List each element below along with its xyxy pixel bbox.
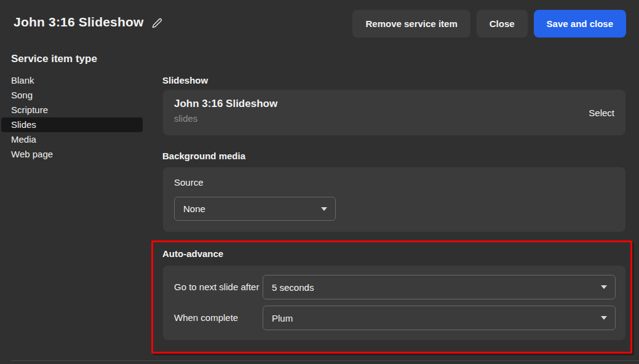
background-media-card: Source None xyxy=(163,167,625,232)
sidebar-heading: Service item type xyxy=(11,53,97,65)
auto-advance-row: When complete Plum xyxy=(174,306,616,330)
auto-advance-card: Go to next slide after 5 seconds When co… xyxy=(163,266,625,340)
chevron-down-icon xyxy=(601,316,607,320)
slideshow-card-title: John 3:16 Slideshow xyxy=(174,98,277,110)
slideshow-card-subtitle: slides xyxy=(174,113,197,124)
go-to-next-slide-after-value: 5 seconds xyxy=(272,282,314,293)
source-label: Source xyxy=(174,177,204,188)
pencil-icon[interactable] xyxy=(152,18,162,28)
chevron-down-icon xyxy=(321,207,327,211)
sidebar-item-slides[interactable]: Slides xyxy=(1,117,143,132)
source-dropdown-value: None xyxy=(183,204,205,214)
go-to-next-slide-after-dropdown[interactable]: 5 seconds xyxy=(263,275,616,299)
page-title-text: John 3:16 Slideshow xyxy=(14,15,144,30)
sidebar-item-song[interactable]: Song xyxy=(1,88,143,103)
sidebar-item-scripture[interactable]: Scripture xyxy=(1,103,143,117)
slideshow-section-label: Slideshow xyxy=(162,75,208,85)
bottom-divider xyxy=(11,360,639,361)
sidebar-item-web-page[interactable]: Web page xyxy=(1,147,143,162)
remove-service-item-button[interactable]: Remove service item xyxy=(352,10,470,38)
service-item-type-list: Blank Song Scripture Slides Media Web pa… xyxy=(1,73,143,162)
when-complete-value: Plum xyxy=(272,313,293,323)
close-button[interactable]: Close xyxy=(477,10,528,38)
select-button[interactable]: Select xyxy=(589,108,614,118)
chevron-down-icon xyxy=(601,285,607,289)
auto-advance-section-label: Auto-advance xyxy=(162,248,223,259)
header-buttons: Remove service item Close Save and close xyxy=(352,10,626,38)
auto-advance-row: Go to next slide after 5 seconds xyxy=(174,275,616,299)
slideshow-card[interactable]: John 3:16 Slideshow slides Select xyxy=(163,90,625,135)
page-title: John 3:16 Slideshow xyxy=(14,15,162,30)
when-complete-dropdown[interactable]: Plum xyxy=(263,306,616,330)
background-media-section-label: Background media xyxy=(162,151,245,161)
source-dropdown[interactable]: None xyxy=(174,197,336,221)
sidebar-item-blank[interactable]: Blank xyxy=(1,73,143,88)
sidebar-item-media[interactable]: Media xyxy=(1,132,143,147)
save-and-close-button[interactable]: Save and close xyxy=(534,10,626,38)
